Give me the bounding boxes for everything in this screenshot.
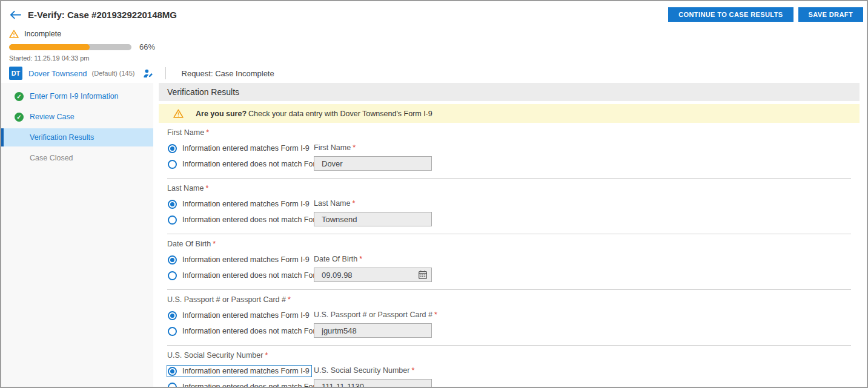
calendar-icon[interactable]: [418, 270, 428, 280]
avatar: DT: [9, 67, 22, 80]
request-status: Request: Case Incomplete: [182, 69, 274, 78]
case-status-label: Incomplete: [24, 30, 61, 38]
vertical-divider: [165, 67, 166, 79]
top-buttons: CONTINUE TO CASE RESULTS SAVE DRAFT: [668, 7, 863, 22]
field-label: U.S. Passport # or Passport Card #: [314, 311, 432, 319]
section-label: Date Of Birth: [167, 240, 211, 248]
passport-section: U.S. Passport # or Passport Card #* Info…: [159, 290, 860, 346]
panel-title: Verification Results: [159, 83, 860, 101]
sidebar-item-label: Review Case: [30, 113, 75, 121]
ssn-does-not-match-radio[interactable]: Information entered does not match Form …: [167, 381, 334, 388]
employee-meta: (Default) (145): [92, 70, 135, 77]
last-name-input[interactable]: [314, 212, 432, 226]
passport-input[interactable]: [314, 323, 432, 338]
progress-bar: [9, 44, 131, 50]
warning-banner-text: Are you sure?Check your data entry with …: [196, 110, 432, 118]
passport-matches-radio[interactable]: Information entered matches Form I-9: [167, 310, 311, 321]
field-label: U.S. Social Security Number: [314, 366, 409, 375]
sidebar-item-case-closed[interactable]: Case Closed: [1, 148, 153, 168]
ssn-matches-radio[interactable]: Information entered matches Form I-9: [167, 366, 311, 376]
verification-form: First Name* Information entered matches …: [159, 123, 860, 388]
sidebar-item-label: Verification Results: [30, 133, 94, 142]
sidebar-item-review-case[interactable]: ✓ Review Case: [1, 107, 153, 127]
warning-banner: Are you sure?Check your data entry with …: [159, 104, 860, 123]
radio-selected-icon: [168, 311, 177, 320]
page-title: E-Verify: Case #2019329220148MG: [28, 10, 177, 20]
check-circle-icon: ✓: [15, 92, 24, 101]
first-name-section: First Name* Information entered matches …: [159, 123, 860, 179]
radio-selected-icon: [168, 255, 177, 265]
required-asterisk: *: [359, 255, 362, 263]
field-label: Date Of Birth: [314, 255, 357, 263]
date-of-birth-matches-radio[interactable]: Information entered matches Form I-9: [167, 254, 311, 265]
warning-triangle-icon: [173, 109, 184, 118]
last-name-matches-radio[interactable]: Information entered matches Form I-9: [167, 199, 311, 209]
main-panel: Verification Results Are you sure?Check …: [159, 83, 860, 387]
date-of-birth-input[interactable]: [314, 268, 432, 282]
warning-triangle-icon: [9, 30, 19, 38]
required-asterisk: *: [265, 351, 268, 360]
section-label: Last Name: [167, 184, 204, 192]
required-asterisk: *: [434, 311, 437, 319]
sidebar-item-label: Enter Form I-9 Information: [30, 92, 119, 100]
last-name-section: Last Name* Information entered matches F…: [159, 179, 860, 234]
radio-selected-icon: [168, 367, 177, 376]
case-started-timestamp: Started: 11.25.19 04:33 pm: [9, 54, 867, 62]
case-status-block: Incomplete 66% Started: 11.25.19 04:33 p…: [1, 30, 867, 62]
back-arrow-icon[interactable]: [10, 10, 21, 19]
first-name-does-not-match-radio[interactable]: Information entered does not match Form …: [167, 159, 334, 169]
field-label: Last Name: [314, 199, 350, 208]
radio-selected-icon: [168, 200, 177, 209]
content: ✓ Enter Form I-9 Information ✓ Review Ca…: [1, 83, 867, 387]
ssn-input[interactable]: [314, 379, 432, 388]
required-asterisk: *: [352, 199, 355, 208]
check-circle-icon: ✓: [15, 113, 24, 122]
continue-to-case-results-button[interactable]: CONTINUE TO CASE RESULTS: [668, 7, 793, 22]
sidebar-item-verification-results[interactable]: Verification Results: [1, 128, 153, 146]
required-asterisk: *: [353, 143, 356, 152]
radio-unselected-icon: [168, 271, 177, 280]
ssn-section: U.S. Social Security Number* Information…: [159, 346, 860, 388]
title-row: E-Verify: Case #2019329220148MG CONTINUE…: [1, 1, 867, 22]
first-name-matches-radio[interactable]: Information entered matches Form I-9: [167, 143, 311, 154]
radio-unselected-icon: [168, 383, 177, 388]
person-edit-icon[interactable]: [143, 68, 153, 78]
radio-unselected-icon: [168, 160, 177, 169]
field-label: First Name: [314, 143, 351, 152]
section-label: U.S. Passport # or Passport Card #: [167, 295, 286, 304]
progress-percent: 66%: [139, 42, 155, 51]
case-steps-sidebar: ✓ Enter Form I-9 Information ✓ Review Ca…: [1, 83, 153, 387]
radio-unselected-icon: [168, 327, 177, 336]
employee-row: DT Dover Townsend (Default) (145) Reques…: [1, 67, 867, 80]
date-of-birth-does-not-match-radio[interactable]: Information entered does not match Form …: [167, 270, 334, 281]
last-name-does-not-match-radio[interactable]: Information entered does not match Form …: [167, 214, 334, 225]
radio-unselected-icon: [168, 215, 177, 225]
radio-selected-icon: [168, 144, 177, 153]
save-draft-button[interactable]: SAVE DRAFT: [798, 7, 863, 22]
section-label: First Name: [167, 128, 204, 137]
required-asterisk: *: [206, 128, 209, 137]
date-of-birth-section: Date Of Birth* Information entered match…: [159, 234, 860, 290]
required-asterisk: *: [205, 184, 208, 192]
required-asterisk: *: [411, 366, 414, 375]
sidebar-item-label: Case Closed: [30, 154, 73, 162]
required-asterisk: *: [213, 240, 216, 248]
required-asterisk: *: [288, 295, 291, 304]
first-name-input[interactable]: [314, 156, 432, 171]
employee-name-link[interactable]: Dover Townsend: [28, 69, 87, 78]
section-label: U.S. Social Security Number: [167, 351, 263, 360]
sidebar-item-enter-form-i9[interactable]: ✓ Enter Form I-9 Information: [1, 86, 153, 107]
progress-fill: [9, 44, 90, 50]
passport-does-not-match-radio[interactable]: Information entered does not match Form …: [167, 326, 334, 337]
e-verify-case-window: E-Verify: Case #2019329220148MG CONTINUE…: [0, 0, 868, 388]
